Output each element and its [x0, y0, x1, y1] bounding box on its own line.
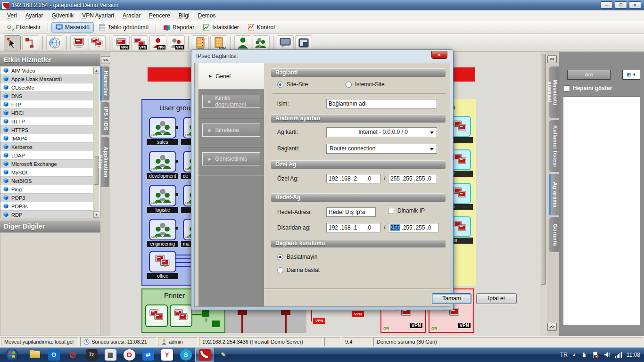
private-network-ip-input[interactable]: 192 .168 .2 .0 [326, 174, 380, 183]
user-group-tile[interactable]: ON [149, 151, 176, 173]
close-button[interactable]: × [629, 1, 641, 8]
outside-network-ip-input[interactable]: 192 .168 .1 .0 [326, 223, 380, 232]
service-list-item[interactable]: MySQL [0, 168, 94, 177]
collapse-panel-button[interactable]: << [101, 56, 110, 64]
vpn-node-badge[interactable]: VPN [352, 311, 364, 317]
private-network-mask-input[interactable]: 255 .255 .255 .0 [388, 174, 437, 183]
user-group-node[interactable]: ON engineering [147, 219, 178, 247]
service-list-item[interactable]: Apple Uzak Masaüstü [0, 75, 94, 83]
user-group-tile[interactable]: ON [149, 219, 176, 240]
computer-tool-button[interactable] [70, 35, 87, 50]
taskbar-outlook-icon[interactable]: O [44, 347, 63, 362]
window-titlebar[interactable]: 192.168.2.254 - gateprotect Demo Version… [0, 0, 644, 10]
cancel-button[interactable]: Iptal et [476, 293, 517, 304]
taskbar-gateprotect-icon[interactable] [195, 347, 214, 362]
statistics-button[interactable]: Istatistikler [199, 23, 243, 32]
network-signal-icon[interactable] [615, 352, 622, 358]
istemci-site-option[interactable]: Istemci-Site [346, 81, 385, 88]
service-list-item[interactable]: DNS [0, 92, 94, 100]
taskbar-notes-icon[interactable]: ▦ [101, 347, 120, 362]
service-list-item[interactable]: Kerberos [0, 143, 94, 151]
reports-button[interactable]: Raporlar [159, 23, 198, 32]
service-list-item[interactable]: POP3s [0, 202, 94, 211]
service-list-item[interactable]: HTTP [0, 117, 94, 126]
expand-panel-button[interactable]: >> [547, 55, 557, 63]
minimize-button[interactable]: ─ [601, 1, 613, 8]
dynamic-ip-checkbox[interactable] [388, 208, 394, 214]
service-list-item[interactable]: CUseeMe [0, 83, 94, 92]
tray-expand-icon[interactable]: ▲ [572, 353, 576, 357]
ok-button[interactable]: Tamam [432, 293, 471, 304]
user-group-node[interactable]: ON logistic [147, 185, 178, 213]
nav-sifreleme[interactable]: ▶Sifreleme [202, 123, 260, 137]
clock[interactable]: 11:08 [627, 352, 640, 358]
taskbar-utility-icon[interactable]: ⊘ [63, 347, 82, 362]
canvas-scrollbar[interactable] [540, 52, 547, 336]
always-start-radio[interactable] [277, 267, 283, 273]
name-input[interactable]: Bağlantının adı [326, 99, 437, 108]
maximize-button[interactable]: □ [615, 1, 627, 8]
vpn-node-badge[interactable]: VPN [313, 318, 325, 324]
tab-ips-ids[interactable]: IPS / IDS [100, 102, 110, 136]
vpn-computer-group-tool-button[interactable]: VPN [131, 35, 148, 50]
office-tile[interactable] [149, 251, 176, 272]
service-list-item[interactable]: NetBIOS [0, 177, 94, 185]
table-view-button[interactable]: Tablo görünümü [95, 23, 152, 32]
search-results-list[interactable] [563, 97, 640, 325]
service-list-item[interactable]: HBCI [0, 109, 94, 117]
dmz-server-tool-button[interactable]: DMZ [210, 35, 227, 50]
user-group-tile[interactable]: ON [149, 117, 176, 139]
dialog-close-button[interactable]: × [431, 51, 447, 59]
service-list-item[interactable]: LDAP [0, 151, 94, 160]
do-not-start-radio[interactable] [277, 254, 283, 260]
taskbar-yandex-icon[interactable]: Y [157, 347, 176, 362]
control-button[interactable]: Kontrol [244, 23, 279, 32]
expand-panel-button-bottom[interactable]: >> [547, 323, 557, 331]
language-indicator[interactable]: TR [560, 352, 568, 358]
service-list-scrollbar[interactable]: ▲ ▼ [93, 67, 99, 218]
tab-view[interactable]: Görüntü [549, 217, 559, 253]
tab-hizmetler[interactable]: Hizmetler [100, 66, 110, 101]
start-button[interactable] [4, 348, 20, 362]
taskbar-opera-icon[interactable]: O [120, 347, 139, 362]
nav-genel[interactable]: ▶ Genel [198, 63, 264, 90]
taskbar-explorer-icon[interactable] [25, 347, 44, 362]
network-card-select[interactable]: Internet - 0.0.0.0 / 0 [326, 127, 437, 137]
menu-item[interactable]: VPN Ayarlari [78, 11, 118, 20]
office-node[interactable]: office [147, 251, 178, 279]
taskbar-teamviewer-icon[interactable]: ⇄ [139, 347, 157, 362]
user-group-node[interactable]: ON development [147, 151, 178, 179]
ipsec-connection-dialog[interactable]: IPsec Baglantisi: × ▶ Genel ▶Kimlik dogr… [191, 49, 454, 310]
scroll-down-button[interactable]: ▼ [93, 211, 99, 218]
always-start-option[interactable]: Daima baslat [277, 267, 320, 273]
computer-group-tool-button[interactable] [89, 35, 106, 50]
server-tool-button[interactable] [192, 35, 209, 50]
select-tool-button[interactable] [4, 35, 21, 50]
site-site-option[interactable]: Site-Site [277, 81, 308, 88]
taskbar-skype-icon[interactable]: S [176, 347, 195, 362]
service-list-item[interactable]: RDP [0, 211, 94, 218]
printer-node-tile[interactable] [145, 304, 168, 327]
internet-tool-button[interactable] [46, 35, 63, 50]
nav-genisletilmis[interactable]: ▶Genisletilmis [202, 152, 260, 165]
user-tool-button[interactable] [234, 35, 251, 50]
service-list-item[interactable]: IMAP4 [0, 134, 94, 143]
target-address-input[interactable]: Hedef Dış Ip'si [326, 207, 376, 217]
tab-desktop-search[interactable]: Masaüstü aramasi [549, 66, 559, 119]
volume-icon[interactable] [604, 352, 611, 358]
menu-item[interactable]: Demos [193, 11, 220, 20]
vpn-computer-tool-button[interactable]: VPN [113, 35, 130, 50]
power-plug-icon[interactable] [581, 352, 587, 358]
menu-item[interactable]: Pencere [145, 11, 174, 20]
connector-tool-button[interactable] [22, 35, 39, 50]
menu-item[interactable]: Güvenlik [48, 11, 78, 20]
outside-network-mask-input[interactable]: 255 .255 .255 .0 [388, 223, 439, 232]
desktop-view-button[interactable]: Masaüstü [51, 22, 94, 33]
service-list-item[interactable]: POP3 [0, 194, 94, 202]
menu-item[interactable]: Ayarlar [21, 11, 48, 20]
service-list-item[interactable]: FTP [0, 100, 94, 109]
taskbar-7zip-icon[interactable]: 7z [82, 347, 101, 362]
vpn-user-tool-button[interactable]: VPN [149, 35, 166, 50]
window-tool-button[interactable] [295, 35, 312, 50]
activate-button[interactable]: ⚙✔ Etkinlestir [3, 23, 44, 32]
